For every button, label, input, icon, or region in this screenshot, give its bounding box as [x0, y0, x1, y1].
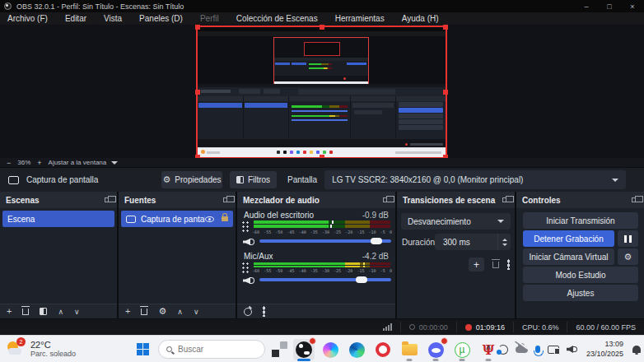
taskbar-discord-icon[interactable]	[425, 339, 446, 360]
preview-source-capture[interactable]	[198, 27, 446, 157]
sync-icon[interactable]	[498, 345, 508, 355]
fit-to-window-dropdown[interactable]: Ajustar a la ventana	[49, 159, 119, 166]
menu-archivo[interactable]: Archivo (F)	[7, 14, 48, 23]
resize-handle[interactable]	[195, 90, 200, 95]
menu-herramientas[interactable]: Herramientas	[335, 14, 385, 23]
zoom-out-button[interactable]: −	[7, 159, 11, 167]
spinner-arrows[interactable]	[497, 234, 511, 250]
system-tray: ^ 13:09 23/10/2025	[486, 336, 641, 362]
pause-recording-button[interactable]	[618, 230, 638, 247]
transition-actions: +	[469, 258, 510, 272]
menu-ayuda[interactable]: Ayuda (H)	[402, 14, 439, 23]
menu-paneles[interactable]: Paneles (D)	[139, 14, 183, 23]
resize-handle[interactable]	[320, 25, 324, 30]
mini-block	[239, 89, 260, 94]
remove-source-button[interactable]	[141, 309, 147, 315]
stop-recording-button[interactable]: Detener Grabación	[523, 230, 614, 247]
source-item-captura[interactable]: Captura de pantalla	[121, 211, 233, 227]
taskbar-copilot-icon[interactable]	[320, 339, 341, 360]
task-view-button[interactable]	[268, 339, 290, 360]
display-select[interactable]: LG TV SSCR2: 3840x2160 @ 0,0 (Monitor pr…	[324, 170, 626, 189]
notification-bell-icon[interactable]	[632, 346, 641, 353]
transition-props-icon[interactable]	[507, 259, 510, 270]
settings-button[interactable]: Ajustes	[523, 285, 638, 301]
move-source-up-button[interactable]: ∧	[177, 308, 183, 316]
cast-device-icon[interactable]	[548, 346, 559, 354]
visibility-eye-icon[interactable]	[205, 216, 214, 222]
remove-transition-button[interactable]	[492, 262, 499, 268]
window-title: OBS 32.0.1 - Perfil: Sin Título - Escena…	[16, 2, 184, 11]
duration-spinbox[interactable]: 300 ms	[435, 234, 511, 250]
volume-slider[interactable]	[259, 276, 391, 283]
popout-icon[interactable]	[383, 197, 390, 202]
taskbar-edge-icon[interactable]	[346, 339, 367, 360]
popout-icon[interactable]	[632, 197, 638, 202]
taskbar-explorer-icon[interactable]	[399, 339, 420, 360]
mini-block	[201, 150, 205, 154]
advanced-audio-icon[interactable]	[244, 308, 252, 316]
minimize-button[interactable]: –	[575, 0, 598, 12]
scene-filters-button[interactable]	[40, 308, 47, 315]
taskbar-opera-icon[interactable]	[372, 339, 394, 360]
popout-icon[interactable]	[105, 197, 111, 202]
notification-badge	[441, 337, 448, 345]
properties-button[interactable]: ⚙ Propiedades	[161, 171, 222, 188]
start-streaming-button[interactable]: Iniciar Transmisión	[523, 212, 638, 229]
microphone-icon[interactable]	[535, 346, 540, 353]
add-source-button[interactable]: +	[125, 307, 130, 316]
speaker-icon[interactable]	[243, 237, 254, 247]
virtual-camera-config-button[interactable]: ⚙	[618, 248, 638, 265]
maximize-button[interactable]: □	[598, 0, 621, 12]
onedrive-cloud-icon[interactable]	[516, 346, 528, 353]
display-select-value: LG TV SSCR2: 3840x2160 @ 0,0 (Monitor pr…	[332, 175, 612, 184]
resize-handle[interactable]	[443, 25, 448, 30]
spin-up-icon[interactable]	[502, 239, 507, 241]
resize-handle[interactable]	[443, 90, 448, 95]
move-scene-up-button[interactable]: ∧	[58, 308, 63, 316]
remove-scene-button[interactable]	[22, 309, 29, 315]
source-properties-button[interactable]: ⚙	[158, 307, 166, 316]
transition-select[interactable]: Desvanecimiento	[401, 213, 511, 230]
add-transition-button[interactable]: +	[469, 258, 484, 272]
menu-vista[interactable]: Vista	[104, 14, 122, 23]
scene-item-escena[interactable]: Escena	[2, 211, 114, 227]
volume-slider[interactable]	[259, 238, 391, 244]
task-view-icon	[280, 341, 287, 349]
resize-handle[interactable]	[195, 25, 200, 30]
chevron-down-icon	[612, 179, 618, 182]
add-scene-button[interactable]: +	[7, 307, 12, 316]
slider-thumb[interactable]	[371, 238, 382, 244]
more-options-icon[interactable]	[263, 306, 265, 317]
search-box[interactable]	[158, 340, 265, 359]
drag-handle-icon[interactable]	[241, 262, 250, 273]
menu-coleccion-escenas[interactable]: Colección de Escenas	[236, 14, 318, 23]
mini-nested-capture	[273, 37, 369, 84]
taskbar-utorrent-icon[interactable]: µ	[451, 339, 473, 360]
close-button[interactable]: ×	[621, 0, 644, 12]
search-input[interactable]	[178, 345, 252, 354]
mini-block	[275, 63, 290, 65]
start-virtual-camera-button[interactable]: Iniciar Cámara Virtual	[523, 248, 614, 265]
studio-mode-button[interactable]: Modo Estudio	[523, 267, 638, 283]
preview-canvas[interactable]	[0, 25, 644, 158]
hidden-icons-chevron[interactable]: ^	[486, 345, 491, 354]
menu-editar[interactable]: Editar	[65, 14, 86, 23]
slider-thumb[interactable]	[356, 276, 367, 283]
drag-handle-icon[interactable]	[241, 220, 250, 234]
filters-button[interactable]: Filtros	[230, 171, 277, 188]
menu-perfil[interactable]: Perfil	[200, 14, 219, 23]
volume-icon[interactable]	[567, 345, 579, 354]
popout-icon[interactable]	[502, 197, 509, 202]
spin-down-icon[interactable]	[502, 244, 507, 246]
move-source-down-button[interactable]: ∨	[194, 308, 199, 316]
weather-widget[interactable]: 2 22°C Parc. soleado	[6, 339, 76, 359]
move-scene-down-button[interactable]: ∨	[74, 308, 80, 316]
popout-icon[interactable]	[223, 197, 230, 202]
clock[interactable]: 13:09 23/10/2025	[586, 340, 623, 359]
mini-block	[283, 151, 287, 154]
start-button[interactable]	[137, 343, 149, 355]
mic-speaker-icon[interactable]	[243, 276, 254, 285]
taskbar-obs-icon[interactable]	[293, 339, 315, 360]
zoom-in-button[interactable]: +	[37, 159, 41, 167]
lock-icon[interactable]	[222, 216, 228, 221]
